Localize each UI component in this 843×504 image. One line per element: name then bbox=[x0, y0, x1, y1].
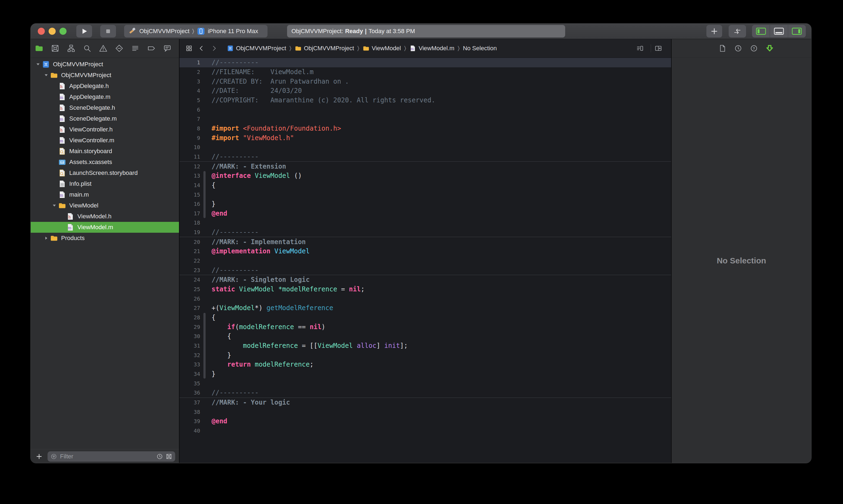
toggle-debug-area-button[interactable] bbox=[770, 25, 788, 37]
code-line-25[interactable]: 25static ViewModel *modelReference = nil… bbox=[180, 285, 671, 294]
close-window-button[interactable] bbox=[38, 28, 45, 35]
code-line-16[interactable]: 16} bbox=[180, 199, 671, 209]
navigator-tab-symbols[interactable] bbox=[67, 44, 76, 53]
tree-row-launchscreen-storyboard[interactable]: LaunchScreen.storyboard bbox=[31, 167, 179, 178]
filter-field[interactable] bbox=[48, 451, 175, 462]
code-line-3[interactable]: 3//CREATED BY: Arun Patwardhan on . bbox=[180, 76, 671, 86]
add-file-button[interactable] bbox=[35, 452, 44, 461]
code-line-40[interactable]: 40 bbox=[180, 426, 671, 436]
filter-input[interactable] bbox=[59, 453, 154, 460]
code-line-15[interactable]: 15 bbox=[180, 190, 671, 199]
code-line-33[interactable]: 33 return modelReference; bbox=[180, 360, 671, 369]
toggle-inspector-button[interactable] bbox=[788, 25, 806, 37]
minimize-window-button[interactable] bbox=[49, 28, 56, 35]
scm-filter-icon[interactable] bbox=[165, 453, 173, 460]
code-line-6[interactable]: 6 bbox=[180, 105, 671, 114]
code-line-34[interactable]: 34} bbox=[180, 369, 671, 379]
code-line-20[interactable]: 20//MARK: - Implementation bbox=[180, 237, 671, 247]
code-line-7[interactable]: 7 bbox=[180, 114, 671, 124]
code-line-14[interactable]: 14{ bbox=[180, 181, 671, 190]
tree-row-appdelegate-m[interactable]: mAppDelegate.m bbox=[31, 91, 179, 102]
code-line-35[interactable]: 35 bbox=[180, 379, 671, 388]
disclosure-closed-icon[interactable] bbox=[43, 236, 50, 240]
tree-row-appdelegate-h[interactable]: hAppDelegate.h bbox=[31, 80, 179, 91]
code-line-26[interactable]: 26 bbox=[180, 294, 671, 303]
inspector-tab-source-control-log[interactable] bbox=[765, 44, 774, 53]
add-editor-button[interactable] bbox=[654, 44, 663, 53]
code-line-10[interactable]: 10 bbox=[180, 143, 671, 152]
navigator-tab-reports[interactable] bbox=[163, 44, 172, 53]
code-review-button[interactable] bbox=[729, 25, 746, 37]
library-add-button[interactable] bbox=[706, 25, 722, 37]
code-line-32[interactable]: 32 } bbox=[180, 350, 671, 360]
editor-options-button[interactable] bbox=[635, 44, 645, 53]
code-line-31[interactable]: 31 modelReference = [[ViewModel alloc] i… bbox=[180, 341, 671, 350]
code-line-12[interactable]: 12//MARK: - Extension bbox=[180, 161, 671, 171]
scheme-selector[interactable]: ObjCMVVMProject 〉 iPhone 11 Pro Max bbox=[124, 25, 268, 37]
jumpbar-crumb[interactable]: No Selection bbox=[463, 45, 497, 52]
run-button[interactable] bbox=[76, 25, 92, 37]
code-line-13[interactable]: 13@interface ViewModel () bbox=[180, 171, 671, 181]
code-line-23[interactable]: 23//---------- bbox=[180, 265, 671, 275]
disclosure-open-icon[interactable] bbox=[51, 203, 58, 208]
code-line-11[interactable]: 11//---------- bbox=[180, 152, 671, 162]
forward-button[interactable] bbox=[210, 44, 219, 53]
code-line-8[interactable]: 8#import <Foundation/Foundation.h> bbox=[180, 124, 671, 133]
code-line-27[interactable]: 27+(ViewModel*) getModelReference bbox=[180, 303, 671, 313]
code-line-5[interactable]: 5//COPYRIGHT: Amaranthine (c) 2020. All … bbox=[180, 95, 671, 105]
code-line-36[interactable]: 36//---------- bbox=[180, 388, 671, 398]
related-items-button[interactable] bbox=[184, 44, 194, 53]
navigator-tab-debug[interactable] bbox=[131, 44, 140, 53]
navigator-tab-issues[interactable] bbox=[98, 44, 108, 53]
disclosure-open-icon[interactable] bbox=[43, 73, 50, 77]
jumpbar-crumb[interactable]: mViewModel.m bbox=[409, 45, 454, 52]
code-line-18[interactable]: 18 bbox=[180, 218, 671, 228]
navigator-tab-tests[interactable] bbox=[114, 44, 124, 53]
zoom-window-button[interactable] bbox=[59, 28, 67, 35]
code-line-22[interactable]: 22 bbox=[180, 256, 671, 266]
inspector-tab-quick-help[interactable]: ? bbox=[749, 44, 758, 53]
code-line-29[interactable]: 29 if(modelReference == nil) bbox=[180, 322, 671, 331]
tree-row-scenedelegate-h[interactable]: hSceneDelegate.h bbox=[31, 102, 179, 113]
inspector-tab-file-inspector[interactable] bbox=[718, 44, 727, 53]
code-line-17[interactable]: 17@end bbox=[180, 209, 671, 218]
tree-row-assets-xcassets[interactable]: Assets.xcassets bbox=[31, 157, 179, 167]
disclosure-open-icon[interactable] bbox=[35, 62, 41, 67]
tree-row-main-storyboard[interactable]: Main.storyboard bbox=[31, 146, 179, 157]
tree-row-info-plist[interactable]: PLISTInfo.plist bbox=[31, 178, 179, 189]
code-line-39[interactable]: 39@end bbox=[180, 417, 671, 426]
code-line-1[interactable]: 1//---------- bbox=[180, 58, 671, 67]
code-line-4[interactable]: 4//DATE: 24/03/20 bbox=[180, 86, 671, 95]
code-line-21[interactable]: 21@implementation ViewModel bbox=[180, 247, 671, 256]
source-editor[interactable]: 1//----------2//FILENAME: ViewModel.m3//… bbox=[180, 58, 671, 463]
code-line-37[interactable]: 37//MARK: - Your logic bbox=[180, 398, 671, 407]
tree-row-objcmvvmproject[interactable]: ObjCMVVMProject bbox=[31, 59, 179, 70]
tree-row-objcmvvmproject[interactable]: ObjCMVVMProject bbox=[31, 70, 179, 80]
code-line-30[interactable]: 30 { bbox=[180, 331, 671, 341]
stop-button[interactable] bbox=[100, 25, 116, 37]
code-line-28[interactable]: 28{ bbox=[180, 313, 671, 322]
jumpbar-crumb[interactable]: ObjCMVVMProject bbox=[295, 45, 354, 52]
code-line-19[interactable]: 19//---------- bbox=[180, 228, 671, 237]
jumpbar-crumb[interactable]: ViewModel bbox=[362, 45, 401, 52]
code-line-9[interactable]: 9#import "ViewModel.h" bbox=[180, 133, 671, 143]
tree-row-viewmodel-h[interactable]: hViewModel.h bbox=[31, 211, 179, 222]
code-line-2[interactable]: 2//FILENAME: ViewModel.m bbox=[180, 67, 671, 77]
tree-row-viewmodel-m[interactable]: mViewModel.m bbox=[31, 222, 179, 233]
navigator-tab-find[interactable] bbox=[83, 44, 92, 53]
jumpbar-crumb[interactable]: ObjCMVVMProject bbox=[227, 45, 286, 52]
navigator-tab-breakpoints[interactable] bbox=[147, 44, 156, 53]
recents-filter-icon[interactable] bbox=[156, 453, 163, 460]
tree-row-scenedelegate-m[interactable]: mSceneDelegate.m bbox=[31, 113, 179, 124]
tree-row-main-m[interactable]: mmain.m bbox=[31, 189, 179, 200]
inspector-tab-history-inspector[interactable] bbox=[734, 44, 743, 53]
tree-row-viewcontroller-m[interactable]: mViewController.m bbox=[31, 135, 179, 146]
navigator-tab-source-control[interactable] bbox=[51, 44, 60, 53]
code-line-38[interactable]: 38 bbox=[180, 407, 671, 417]
back-button[interactable] bbox=[197, 44, 206, 53]
toggle-navigator-button[interactable] bbox=[752, 25, 770, 37]
navigator-tab-project[interactable] bbox=[35, 44, 44, 53]
tree-row-viewcontroller-h[interactable]: hViewController.h bbox=[31, 124, 179, 135]
tree-row-viewmodel[interactable]: ViewModel bbox=[31, 200, 179, 211]
tree-row-products[interactable]: Products bbox=[31, 233, 179, 244]
